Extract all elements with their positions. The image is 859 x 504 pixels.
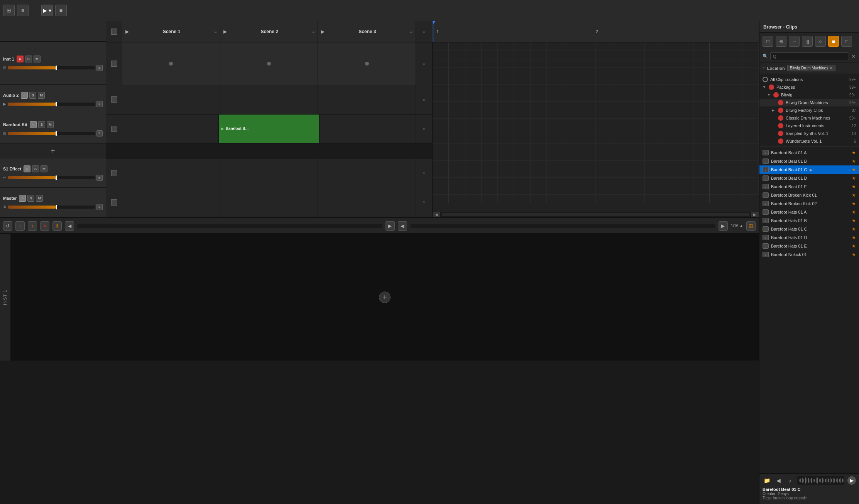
tree-item-layered-instruments[interactable]: Layered Instruments 12 [759,122,859,130]
launch-header-sq[interactable] [111,29,117,35]
fader-track-s1effect[interactable] [8,176,95,179]
clip-item-hats01b[interactable]: ♪ Barefoot Hats 01 B ★ [759,216,859,225]
tree-item-packages[interactable]: ▼ Packages 99+ [759,83,859,91]
grid-view-btn[interactable]: ⊞ [3,5,15,16]
arrangement-scroll-left[interactable]: ◀ [433,212,440,217]
solo-btn-s1effect[interactable]: S [32,165,39,172]
fader-track-barefoot[interactable] [8,132,95,135]
tree-item-wundertuete[interactable]: Wundertuete Vol. 1 6 [759,137,859,145]
fader-menu-master[interactable]: ≡ [96,204,103,210]
clip-item-beat01d[interactable]: ♪ Barefoot Beat 01 D ★ [759,174,859,182]
clip-item-broken-kick01[interactable]: ♪ Barefoot Broken Kick 01 ★ [759,191,859,199]
scroll-session-right[interactable]: ▶ [386,221,395,231]
player-play-btn[interactable]: ▶ [847,476,856,485]
clip-cell-barefoot-3[interactable] [320,115,416,143]
browser-icon-square[interactable]: □ [763,36,773,47]
clip-cell-audio2-3[interactable] [318,85,416,114]
clip-cell-s1effect-1[interactable] [122,159,220,187]
scroll-arr-left[interactable]: ◀ [398,221,407,231]
mute-btn-inst1[interactable]: M [34,56,41,62]
search-clear-btn[interactable]: ✕ [851,53,856,59]
clip-item-hats01c[interactable]: ♪ Barefoot Hats 01 C ★ [759,225,859,233]
down-btn[interactable]: ↓ [15,221,25,231]
scene-col-2[interactable]: ▶ Scene 2 ≡ [220,21,318,42]
scroll-session-left[interactable]: ◀ [65,221,74,231]
clip-item-beat01e[interactable]: ♪ Barefoot Beat 01 E ★ [759,182,859,191]
fader-track-audio2[interactable] [8,103,95,106]
inst-add-btn[interactable]: + [379,292,391,303]
clip-item-beat01c[interactable]: ♪ Barefoot Beat 01 C ▶ ★ [759,165,859,174]
tree-item-all-clips[interactable]: All Clip Locations 99+ [759,76,859,83]
clip-launch-sq-s1effect[interactable] [111,170,117,176]
mute-btn-master[interactable]: M [36,195,43,202]
clip-cell-inst1-2[interactable] [220,42,318,85]
clip-cell-master-1[interactable] [122,188,220,217]
tree-item-sampled-synths[interactable]: Sampled Synths Vol. 1 14 [759,130,859,137]
cancel-btn[interactable]: ✕ [40,221,49,231]
browser-icon-last[interactable]: □ [841,36,852,47]
clip-item-hats01e[interactable]: ♪ Barefoot Hats 01 E ★ [759,242,859,250]
clip-cell-master-3[interactable] [318,188,416,217]
clip-item-hats01a[interactable]: ♪ Barefoot Hats 01 A ★ [759,208,859,216]
fader-track-inst1[interactable] [8,66,95,69]
add-track-btn[interactable]: + [0,143,106,158]
stop-btn[interactable]: ■ [55,5,67,16]
solo-btn-inst1[interactable]: S [25,56,32,62]
fader-menu-inst1[interactable]: ≡ [96,65,103,71]
clip-cell-audio2-2[interactable] [220,85,318,114]
tree-item-classic-dm[interactable]: Classic Drum Machines 99+ [759,114,859,122]
clip-cell-inst1-1[interactable] [122,42,220,85]
mute-btn-barefoot[interactable]: M [47,121,54,128]
player-prev-btn[interactable]: ◀ [774,476,783,485]
clip-launch-sq-inst1[interactable] [111,61,117,67]
status-btn-s1effect[interactable]: ○ [24,165,30,172]
upload-btn[interactable]: ⬆ [52,221,62,231]
player-folder-btn[interactable]: 📁 [763,476,771,485]
browser-icon-arrows[interactable]: ↔ [789,36,800,47]
scene-col-3[interactable]: ▶ Scene 3 ≡ [318,21,416,42]
player-note-btn[interactable]: ♪ [786,476,794,485]
status-btn-barefoot[interactable]: ○ [30,121,37,128]
loop-btn[interactable]: ↺ [3,221,12,231]
clip-launch-sq-audio2[interactable] [111,96,117,103]
scroll-arr-right[interactable]: ▶ [719,221,728,231]
search-input[interactable] [770,52,849,60]
clip-item-broken-kick02[interactable]: ♪ Barefoot Broken Kick 02 ★ [759,199,859,208]
clip-item-nokick01[interactable]: ♪ Barefoot Nokick 01 ★ [759,250,859,259]
arrangement-scroll-right[interactable]: ▶ [751,212,759,217]
menu-btn[interactable]: ≡ [17,5,29,16]
fader-menu-audio2[interactable]: ≡ [96,101,103,107]
grid-size-btn[interactable]: ⊞ [746,221,756,231]
mute-btn-audio2[interactable]: M [38,92,45,99]
location-clear-btn[interactable]: ✕ [830,66,833,70]
fader-menu-barefoot[interactable]: ≡ [96,130,103,137]
tree-item-bitwig-drum-machines[interactable]: Bitwig Drum Machines 99+ [759,99,859,106]
mute-btn-s1effect[interactable]: M [41,165,47,172]
browser-icon-clip[interactable]: ■ [828,36,839,47]
solo-btn-audio2[interactable]: S [29,92,36,99]
clip-item-beat01b[interactable]: ♪ Barefoot Beat 01 B ★ [759,157,859,165]
browser-icon-bars[interactable]: ||| [802,36,813,47]
up-btn[interactable]: ↑ [28,221,37,231]
session-scroll-track[interactable] [77,224,382,228]
clip-cell-master-2[interactable] [220,188,318,217]
fader-track-master[interactable] [8,206,95,209]
clip-cell-inst1-3[interactable] [318,42,416,85]
clip-launch-sq-barefoot[interactable] [111,126,117,132]
scene-col-1[interactable]: ▶ Scene 1 ≡ [122,21,220,42]
clip-cell-s1effect-2[interactable] [220,159,318,187]
pointer-tool-btn[interactable]: ▶ ▾ [41,5,53,16]
location-value[interactable]: Bitwig Drum Machines ✕ [787,65,835,71]
clip-cell-barefoot-1[interactable] [122,115,219,143]
browser-icon-circle[interactable]: ○ [815,36,826,47]
clip-cell-barefoot-2[interactable]: ▶ Barefoot B... [219,115,320,143]
status-btn-audio2[interactable]: ○ [21,92,28,99]
clip-cell-s1effect-3[interactable] [318,159,416,187]
solo-btn-master[interactable]: S [27,195,34,202]
clip-item-beat01a[interactable]: ♪ Barefoot Beat 01 A ★ [759,148,859,157]
status-btn-master[interactable]: ○ [19,195,26,202]
clip-item-hats01d[interactable]: ♪ Barefoot Hats 01 D ★ [759,233,859,242]
arrangement-scroll-inner[interactable] [442,213,749,216]
record-btn-inst1[interactable]: ● [17,56,24,62]
tree-item-factory-clips[interactable]: ▶ Bitwig Factory Clips 87 [759,106,859,114]
